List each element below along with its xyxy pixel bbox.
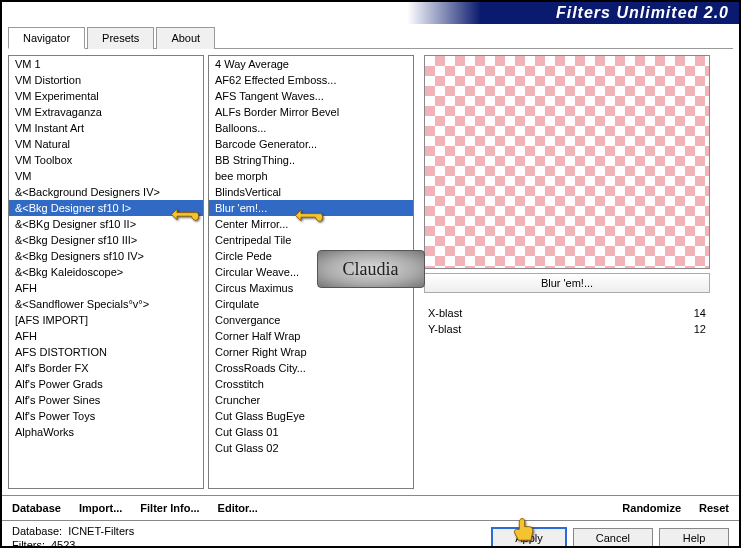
tab-navigator[interactable]: Navigator [8, 27, 85, 49]
list-item[interactable]: Alf's Power Toys [9, 408, 203, 424]
list-item[interactable]: Convergance [209, 312, 413, 328]
preview-pane: Blur 'em!... X-blast 14 Y-blast 12 [418, 55, 733, 489]
toolbar: Database Import... Filter Info... Editor… [2, 495, 739, 520]
list-item[interactable]: VM Instant Art [9, 120, 203, 136]
category-list[interactable]: VM 1VM DistortionVM ExperimentalVM Extra… [8, 55, 204, 489]
tab-about[interactable]: About [156, 27, 215, 49]
param-value: 12 [694, 323, 706, 335]
list-item[interactable]: Cut Glass 01 [209, 424, 413, 440]
list-item[interactable]: [AFS IMPORT] [9, 312, 203, 328]
list-item[interactable]: ALFs Border Mirror Bevel [209, 104, 413, 120]
list-item[interactable]: Center Mirror... [209, 216, 413, 232]
list-item[interactable]: &<BKg Designer sf10 II> [9, 216, 203, 232]
database-button[interactable]: Database [12, 502, 61, 514]
footer-info: Database: ICNET-Filters Filters: 4523 [12, 525, 134, 548]
tab-presets[interactable]: Presets [87, 27, 154, 49]
list-item[interactable]: 4 Way Average [209, 56, 413, 72]
tab-row: Navigator Presets About [8, 24, 733, 49]
list-item[interactable]: Balloons... [209, 120, 413, 136]
editor-button[interactable]: Editor... [218, 502, 258, 514]
list-item[interactable]: AFS DISTORTION [9, 344, 203, 360]
list-item[interactable]: Barcode Generator... [209, 136, 413, 152]
category-column: VM 1VM DistortionVM ExperimentalVM Extra… [8, 55, 204, 489]
list-item[interactable]: Cruncher [209, 392, 413, 408]
list-item[interactable]: AF62 Effected Emboss... [209, 72, 413, 88]
list-item[interactable]: VM Natural [9, 136, 203, 152]
randomize-button[interactable]: Randomize [622, 502, 681, 514]
param-row-yblast: Y-blast 12 [424, 321, 710, 337]
list-item[interactable]: CrossRoads City... [209, 360, 413, 376]
param-value: 14 [694, 307, 706, 319]
list-item[interactable]: VM Distortion [9, 72, 203, 88]
db-value: ICNET-Filters [68, 525, 134, 537]
list-item[interactable]: BB StringThing.. [209, 152, 413, 168]
list-item[interactable]: BlindsVertical [209, 184, 413, 200]
list-item[interactable]: &<Background Designers IV> [9, 184, 203, 200]
watermark-badge: Claudia [317, 250, 425, 288]
apply-button[interactable]: Apply [491, 527, 567, 548]
list-item[interactable]: AlphaWorks [9, 424, 203, 440]
param-label: Y-blast [428, 323, 461, 335]
footer: Database: ICNET-Filters Filters: 4523 Ap… [2, 520, 739, 548]
list-item[interactable]: Alf's Border FX [9, 360, 203, 376]
param-row-xblast: X-blast 14 [424, 305, 710, 321]
list-item[interactable]: AFH [9, 280, 203, 296]
list-item[interactable]: VM 1 [9, 56, 203, 72]
list-item[interactable]: VM Extravaganza [9, 104, 203, 120]
cancel-button[interactable]: Cancel [573, 528, 653, 548]
filter-name-bar: Blur 'em!... [424, 273, 710, 293]
list-item[interactable]: Centripedal Tile [209, 232, 413, 248]
list-item[interactable]: Cut Glass 02 [209, 440, 413, 456]
list-item[interactable]: Alf's Power Sines [9, 392, 203, 408]
param-label: X-blast [428, 307, 462, 319]
list-item[interactable]: VM Experimental [9, 88, 203, 104]
list-item[interactable]: AFH [9, 328, 203, 344]
reset-button[interactable]: Reset [699, 502, 729, 514]
filters-label: Filters: [12, 539, 45, 548]
list-item[interactable]: Corner Half Wrap [209, 328, 413, 344]
preview-image [424, 55, 710, 269]
import-button[interactable]: Import... [79, 502, 122, 514]
list-item[interactable]: AFS Tangent Waves... [209, 88, 413, 104]
list-item[interactable]: Alf's Power Grads [9, 376, 203, 392]
filters-value: 4523 [51, 539, 75, 548]
filter-info-button[interactable]: Filter Info... [140, 502, 199, 514]
list-item[interactable]: VM [9, 168, 203, 184]
list-item[interactable]: &<Bkg Kaleidoscope> [9, 264, 203, 280]
list-item[interactable]: Cirqulate [209, 296, 413, 312]
list-item[interactable]: Crosstitch [209, 376, 413, 392]
title-bar: Filters Unlimited 2.0 [2, 2, 739, 24]
list-item[interactable]: &<Bkg Designer sf10 III> [9, 232, 203, 248]
list-item[interactable]: Blur 'em!... [209, 200, 413, 216]
list-item[interactable]: &<Bkg Designer sf10 I> [9, 200, 203, 216]
list-item[interactable]: &<Bkg Designers sf10 IV> [9, 248, 203, 264]
list-item[interactable]: Cut Glass BugEye [209, 408, 413, 424]
list-item[interactable]: &<Sandflower Specials°v°> [9, 296, 203, 312]
list-item[interactable]: VM Toolbox [9, 152, 203, 168]
help-button[interactable]: Help [659, 528, 729, 548]
list-item[interactable]: bee morph [209, 168, 413, 184]
db-label: Database: [12, 525, 62, 537]
list-item[interactable]: Corner Right Wrap [209, 344, 413, 360]
